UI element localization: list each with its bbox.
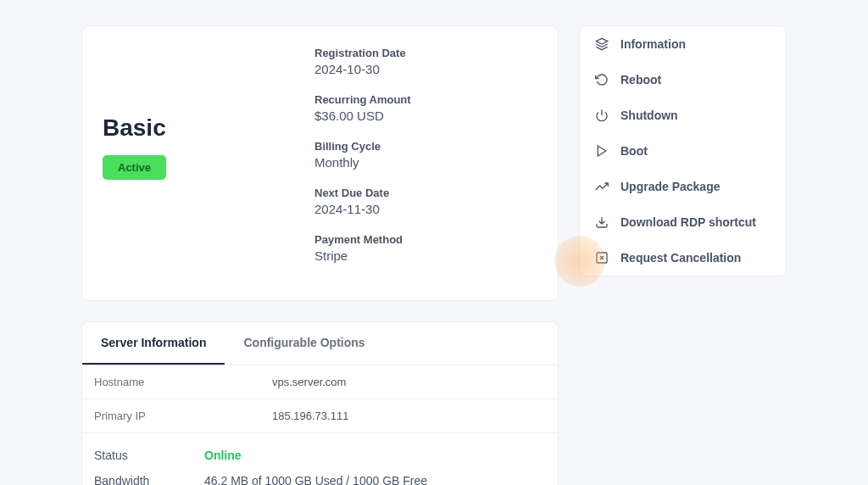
- registration-date-label: Registration Date: [314, 47, 537, 59]
- plan-name: Basic: [103, 114, 314, 142]
- server-info-card: Server Information Configurable Options …: [81, 321, 559, 485]
- sidebar-item-shutdown[interactable]: Shutdown: [580, 98, 786, 133]
- recurring-amount-value: $36.00 USD: [314, 109, 537, 123]
- upgrade-icon: [595, 180, 609, 193]
- payment-method-label: Payment Method: [314, 233, 537, 246]
- hostname-value: vps.server.com: [272, 376, 346, 388]
- sidebar-item-label: Request Cancellation: [620, 251, 741, 265]
- billing-cycle-label: Billing Cycle: [314, 140, 537, 153]
- sidebar-item-label: Information: [620, 37, 686, 51]
- reboot-icon: [595, 73, 609, 86]
- info-cube-icon: [595, 37, 609, 51]
- cancel-icon: [595, 251, 609, 265]
- sidebar: Information Reboot Shutdown Boot Upgrade…: [579, 25, 787, 276]
- tab-configurable-options[interactable]: Configurable Options: [225, 322, 383, 365]
- bandwidth-value: 46.2 MB of 1000 GB Used / 1000 GB Free: [204, 474, 427, 485]
- table-row: Hostname vps.server.com: [82, 365, 558, 399]
- sidebar-item-download-rdp[interactable]: Download RDP shortcut: [580, 204, 786, 240]
- sidebar-item-label: Shutdown: [620, 109, 678, 122]
- next-due-date-label: Next Due Date: [314, 187, 537, 199]
- primary-ip-label: Primary IP: [94, 410, 272, 422]
- bandwidth-label: Bandwidth: [94, 474, 204, 485]
- sidebar-item-upgrade[interactable]: Upgrade Package: [580, 169, 786, 204]
- sidebar-item-boot[interactable]: Boot: [580, 133, 786, 169]
- table-row: Primary IP 185.196.73.111: [82, 399, 558, 433]
- payment-method-value: Stripe: [314, 248, 537, 263]
- plan-card: Basic Active Registration Date 2024-10-3…: [81, 25, 559, 301]
- shutdown-icon: [595, 109, 609, 122]
- tab-server-information[interactable]: Server Information: [82, 322, 225, 365]
- status-badge: Active: [103, 155, 166, 180]
- recurring-amount-label: Recurring Amount: [314, 93, 537, 106]
- status-value: Online: [204, 449, 242, 462]
- hostname-label: Hostname: [94, 376, 272, 388]
- svg-marker-0: [598, 146, 605, 156]
- registration-date-value: 2024-10-30: [314, 62, 537, 76]
- sidebar-item-label: Reboot: [620, 73, 661, 86]
- sidebar-item-request-cancellation[interactable]: Request Cancellation: [580, 240, 786, 276]
- status-label: Status: [94, 449, 204, 462]
- boot-icon: [595, 144, 609, 158]
- sidebar-item-label: Upgrade Package: [620, 180, 721, 193]
- sidebar-item-reboot[interactable]: Reboot: [580, 62, 786, 98]
- billing-cycle-value: Monthly: [314, 155, 537, 170]
- sidebar-item-information[interactable]: Information: [580, 26, 786, 62]
- sidebar-item-label: Download RDP shortcut: [620, 215, 756, 229]
- primary-ip-value: 185.196.73.111: [272, 410, 348, 422]
- download-icon: [595, 215, 609, 229]
- sidebar-item-label: Boot: [620, 144, 648, 158]
- next-due-date-value: 2024-11-30: [314, 202, 537, 216]
